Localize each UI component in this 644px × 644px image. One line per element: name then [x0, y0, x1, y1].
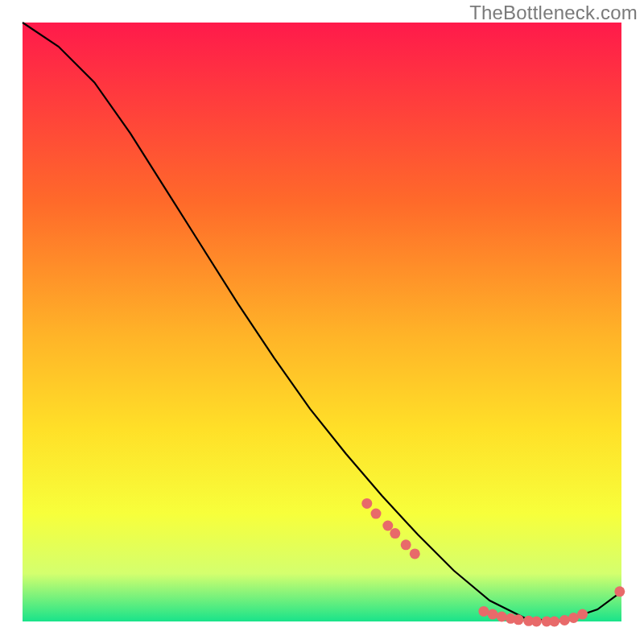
data-point: [410, 548, 420, 559]
data-point: [497, 612, 507, 622]
data-point: [531, 617, 542, 627]
data-point: [614, 586, 625, 597]
data-point: [401, 539, 411, 550]
data-point: [478, 606, 489, 617]
chart-container: { "watermark": "TheBottleneck.com", "col…: [0, 0, 644, 644]
data-point: [488, 609, 498, 620]
data-point: [382, 521, 393, 531]
data-point: [559, 615, 570, 625]
data-point: [371, 509, 382, 519]
data-point: [577, 609, 588, 620]
data-point: [549, 617, 559, 627]
chart-svg: [0, 0, 644, 644]
data-point: [390, 528, 400, 539]
data-point: [361, 498, 372, 509]
watermark-text: TheBottleneck.com: [469, 2, 638, 24]
data-point: [568, 613, 579, 623]
plot-background: [23, 23, 621, 621]
data-point: [514, 614, 524, 625]
